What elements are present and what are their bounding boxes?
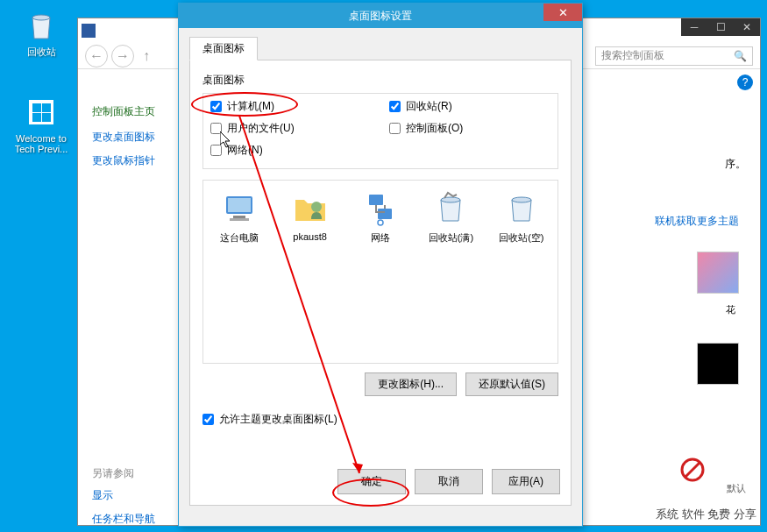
app-icon bbox=[82, 24, 96, 38]
checkbox-control-panel-input[interactable] bbox=[389, 123, 401, 134]
sidebar-home[interactable]: 控制面板主页 bbox=[92, 104, 188, 119]
recycle-empty-icon bbox=[503, 189, 540, 226]
svg-rect-4 bbox=[32, 113, 41, 122]
theme-thumb-flowers[interactable] bbox=[697, 252, 739, 294]
svg-point-14 bbox=[441, 197, 460, 202]
checkbox-network[interactable]: 网络(N) bbox=[210, 143, 372, 158]
checkbox-computer-input[interactable] bbox=[210, 101, 222, 112]
sidebar-change-icons[interactable]: 更改桌面图标 bbox=[92, 130, 188, 145]
search-input[interactable]: 搜索控制面板 🔍 bbox=[595, 46, 753, 66]
desktop-icon-label: Welcome to Tech Previ... bbox=[11, 133, 72, 154]
icon-label: pkaust8 bbox=[282, 231, 337, 242]
watermark-logo: LaneUyee.com bbox=[652, 490, 760, 504]
cancel-button[interactable]: 取消 bbox=[415, 469, 483, 494]
back-button[interactable]: ← bbox=[85, 45, 108, 67]
sidebar-display[interactable]: 显示 bbox=[92, 488, 188, 503]
minimize-button[interactable]: ─ bbox=[681, 18, 707, 36]
icon-recycle-empty[interactable]: 回收站(空) bbox=[494, 189, 549, 354]
icon-recycle-full[interactable]: 回收站(满) bbox=[423, 189, 478, 354]
icon-this-pc[interactable]: 这台电脑 bbox=[212, 189, 266, 354]
computer-icon bbox=[221, 189, 258, 226]
checkbox-user-files[interactable]: 用户的文件(U) bbox=[210, 121, 372, 136]
desktop-icon-label: 回收站 bbox=[11, 46, 72, 59]
prohibit-icon bbox=[679, 457, 706, 483]
windows-flag-icon bbox=[24, 95, 59, 130]
sidebar-change-pointer[interactable]: 更改鼠标指针 bbox=[92, 153, 188, 168]
svg-rect-8 bbox=[233, 216, 245, 218]
ok-button[interactable]: 确定 bbox=[337, 469, 406, 494]
recycle-bin-icon bbox=[24, 7, 59, 42]
checkbox-recycle-input[interactable] bbox=[389, 101, 401, 112]
help-icon[interactable]: ? bbox=[737, 74, 753, 90]
desktop-welcome[interactable]: Welcome to Tech Previ... bbox=[11, 95, 72, 154]
apply-button[interactable]: 应用(A) bbox=[492, 469, 560, 494]
svg-rect-5 bbox=[42, 113, 51, 122]
checkbox-network-input[interactable] bbox=[210, 145, 222, 156]
desktop-recycle-bin[interactable]: 回收站 bbox=[11, 7, 72, 59]
icon-label: 网络 bbox=[353, 231, 408, 245]
group-label: 桌面图标 bbox=[202, 73, 558, 88]
folder-user-icon bbox=[292, 189, 329, 226]
watermark: LaneUyee.com 系统 软件 免费 分享 bbox=[652, 490, 760, 523]
forward-button[interactable]: → bbox=[111, 45, 134, 67]
checkbox-computer[interactable]: 计算机(M) bbox=[210, 99, 372, 114]
recycle-full-icon bbox=[432, 189, 469, 226]
checkbox-group: 计算机(M) 回收站(R) 用户的文件(U) 控制面板(O) 网络(N) bbox=[202, 93, 558, 169]
icon-network[interactable]: 网络 bbox=[353, 189, 408, 354]
maximize-button[interactable]: ☐ bbox=[707, 18, 734, 36]
dialog-close-button[interactable]: ✕ bbox=[543, 4, 582, 21]
icon-label: 这台电脑 bbox=[212, 231, 266, 245]
tab-header: 桌面图标 bbox=[189, 37, 572, 60]
cp-sidebar: 控制面板主页 更改桌面图标 更改鼠标指针 另请参阅 显示 任务栏和导航 轻松使用… bbox=[92, 104, 188, 532]
svg-point-10 bbox=[311, 202, 322, 212]
tab-desktop-icons[interactable]: 桌面图标 bbox=[189, 37, 258, 60]
sidebar-taskbar[interactable]: 任务栏和导航 bbox=[92, 512, 188, 527]
checkbox-recycle[interactable]: 回收站(R) bbox=[389, 99, 550, 114]
svg-rect-12 bbox=[378, 209, 392, 219]
svg-point-13 bbox=[378, 220, 383, 225]
dialog-title: 桌面图标设置 bbox=[349, 9, 412, 24]
icon-label: 回收站(满) bbox=[423, 231, 478, 245]
svg-line-19 bbox=[685, 463, 700, 477]
close-button[interactable]: ✕ bbox=[734, 18, 760, 36]
change-icon-button[interactable]: 更改图标(H)... bbox=[365, 372, 457, 396]
dialog-titlebar: 桌面图标设置 ✕ bbox=[179, 4, 582, 28]
svg-rect-7 bbox=[228, 198, 251, 212]
checkbox-user-files-input[interactable] bbox=[210, 123, 222, 134]
restore-default-button[interactable]: 还原默认值(S) bbox=[465, 372, 558, 396]
search-icon: 🔍 bbox=[734, 50, 747, 62]
icon-preview-box: 这台电脑 pkaust8 网络 回收站(满) 回收站(空) bbox=[202, 180, 558, 364]
svg-point-0 bbox=[32, 15, 50, 20]
checkbox-control-panel[interactable]: 控制面板(O) bbox=[389, 121, 550, 136]
theme-thumb-solid[interactable] bbox=[697, 343, 739, 385]
icon-label: 回收站(空) bbox=[494, 231, 549, 245]
network-icon bbox=[362, 189, 399, 226]
watermark-sub: 系统 软件 免费 分享 bbox=[652, 506, 760, 523]
svg-rect-2 bbox=[32, 103, 41, 112]
svg-rect-3 bbox=[42, 103, 51, 112]
sidebar-see-also: 另请参阅 bbox=[92, 466, 188, 481]
svg-point-15 bbox=[512, 197, 531, 202]
svg-rect-11 bbox=[369, 195, 383, 205]
checkbox-allow-themes[interactable]: 允许主题更改桌面图标(L) bbox=[202, 412, 558, 427]
checkbox-allow-themes-input[interactable] bbox=[202, 414, 214, 425]
search-placeholder: 搜索控制面板 bbox=[601, 48, 664, 63]
svg-rect-9 bbox=[230, 218, 249, 221]
up-button[interactable]: ↑ bbox=[143, 48, 150, 64]
icon-user-folder[interactable]: pkaust8 bbox=[282, 189, 337, 354]
desktop-icon-settings-dialog: 桌面图标设置 ✕ 桌面图标 桌面图标 计算机(M) 回收站(R) 用户的文件(U… bbox=[178, 3, 583, 527]
